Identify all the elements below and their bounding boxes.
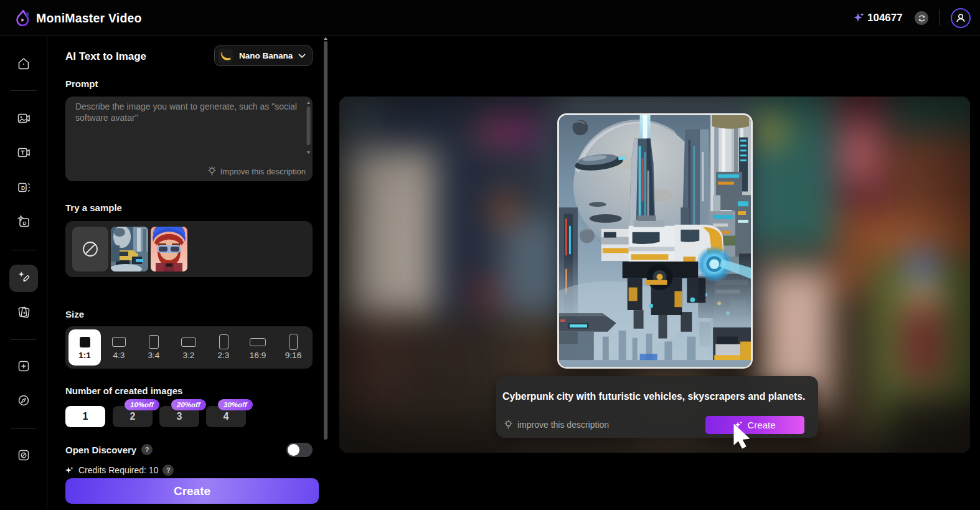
svg-text:D: D: [21, 185, 25, 191]
svg-text:D: D: [23, 220, 27, 226]
